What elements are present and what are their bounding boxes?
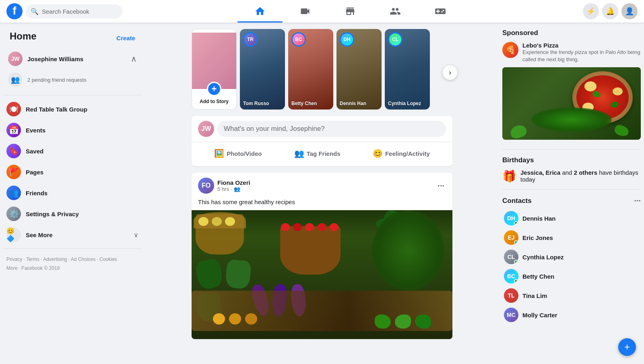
sidebar-item-label-group: Red Table Talk Group xyxy=(26,106,87,113)
sponsored-title: Sponsored xyxy=(502,29,641,37)
sidebar-item-friends[interactable]: 👥 Friends xyxy=(3,182,142,203)
contacts-more-button[interactable]: ··· xyxy=(634,196,641,205)
post-text: This has some great healthy recipes xyxy=(192,199,452,210)
main-layout: Home Create JW Josephine Williams ∧ 👥 2 … xyxy=(0,23,644,364)
sidebar-item-red-table-talk[interactable]: 🍽️ Red Table Talk Group xyxy=(3,99,142,120)
see-more-label: See More xyxy=(26,232,53,238)
story-add-label: Add to Story xyxy=(200,99,229,104)
contact-name-cynthia: Cynthia Lopez xyxy=(522,254,564,261)
contacts-section: Contacts ··· DH Dennis Han EJ Eric Jones xyxy=(502,196,641,325)
notifications-icon-button[interactable]: 🔔 xyxy=(602,3,618,19)
search-bar[interactable]: 🔍 Search Facebook xyxy=(26,4,122,19)
online-indicator xyxy=(514,240,518,244)
settings-icon: ⚙️ xyxy=(6,207,21,221)
story-name-tom: Tom Russo xyxy=(243,101,282,106)
nav-home-button[interactable] xyxy=(237,2,283,21)
post-more-button[interactable]: ··· xyxy=(436,180,446,192)
post-user-avatar-fiona: FO xyxy=(198,178,214,194)
contact-avatar-betty: BC xyxy=(504,269,518,283)
birthday-row: 🎁 Jessica, Erica and 2 others have birth… xyxy=(502,169,641,183)
post-action-tag[interactable]: 👥 Tag Friends xyxy=(288,145,347,161)
search-icon: 🔍 xyxy=(31,8,39,15)
online-indicator xyxy=(514,279,518,283)
contact-row-betty[interactable]: BC Betty Chen xyxy=(502,267,641,286)
post-visibility-icon: 👥 xyxy=(234,186,240,192)
online-indicator xyxy=(514,260,518,264)
post-action-feeling[interactable]: 😊 Feeling/Activity xyxy=(366,145,436,161)
page-title: Home xyxy=(6,27,40,45)
contact-row-eric[interactable]: EJ Eric Jones xyxy=(502,228,641,247)
fab-button[interactable]: + xyxy=(618,338,636,356)
nav-right: ⚡ 🔔 👤 xyxy=(557,3,638,19)
nav-marketplace-button[interactable] xyxy=(328,2,373,21)
nav-groups-button[interactable] xyxy=(373,2,418,21)
stories-next-button[interactable]: › xyxy=(443,65,457,80)
sidebar-left: Home Create JW Josephine Williams ∧ 👥 2 … xyxy=(0,23,145,364)
events-icon: 📅 xyxy=(6,123,21,137)
post-header: FO Fiona Ozeri 5 hrs · 👥 ··· xyxy=(192,173,452,199)
sidebar-item-label-saved: Saved xyxy=(26,148,43,155)
post-action-photo[interactable]: 🖼️ Photo/Video xyxy=(208,145,268,161)
story-card-cynthia-lopez[interactable]: CL Cynthia Lopez xyxy=(385,29,430,110)
group-icon: 🍽️ xyxy=(6,102,21,116)
post-time-dot: · xyxy=(231,186,232,192)
see-more-row[interactable]: 😊🔷 See More ∨ xyxy=(3,224,142,245)
ad-image[interactable] xyxy=(502,67,641,140)
post-time: 5 hrs xyxy=(217,186,229,192)
footer-terms[interactable]: Terms xyxy=(26,256,39,262)
contact-name-molly: Molly Carter xyxy=(522,312,557,318)
messenger-icon-button[interactable]: ⚡ xyxy=(583,3,599,19)
sidebar-divider-1 xyxy=(3,95,142,95)
create-button[interactable]: Create xyxy=(116,35,135,41)
sponsored-ad[interactable]: 🍕 Lebo's Pizza Experience the trendy piz… xyxy=(502,42,641,63)
post-actions: 🖼️ Photo/Video 👥 Tag Friends 😊 Feeling/A… xyxy=(198,145,446,161)
footer-advertising[interactable]: Advertising xyxy=(43,256,67,262)
sidebar-item-label-settings: Settings & Privacy xyxy=(26,211,79,217)
stories-row: + Add to Story TR Tom Russo BC xyxy=(192,29,430,110)
user-avatar: JW xyxy=(8,52,23,66)
post-image xyxy=(192,210,452,339)
stories-wrapper: + Add to Story TR Tom Russo BC xyxy=(192,29,452,116)
birthdays-title: Birthdays xyxy=(502,156,641,164)
contact-avatar-tina: TL xyxy=(504,288,518,303)
story-name-dennis: Dennis Han xyxy=(340,101,378,106)
contact-row-cynthia[interactable]: CL Cynthia Lopez xyxy=(502,247,641,267)
user-profile-row[interactable]: JW Josephine Williams ∧ xyxy=(6,48,138,69)
footer-adchoices[interactable]: Ad Choices xyxy=(71,256,95,262)
contact-row-dennis[interactable]: DH Dennis Han xyxy=(502,209,641,228)
story-card-tom-russo[interactable]: TR Tom Russo xyxy=(240,29,285,110)
contact-name-tina: Tina Lim xyxy=(522,292,547,299)
nav-video-button[interactable] xyxy=(283,2,328,21)
footer-cookies[interactable]: Cookies xyxy=(99,256,117,262)
story-add-card[interactable]: + Add to Story xyxy=(192,29,237,110)
pending-requests-row[interactable]: 👥 2 pending friend requests xyxy=(6,69,138,90)
contact-avatar-molly: MC xyxy=(504,308,518,322)
pending-requests-text: 2 pending friend requests xyxy=(27,77,87,83)
post-input[interactable]: What's on your mind, Josephine? xyxy=(217,121,446,137)
footer-links: Privacy · Terms · Advertising · Ad Choic… xyxy=(3,252,142,276)
birthdays-section: Birthdays 🎁 Jessica, Erica and 2 others … xyxy=(502,156,641,183)
post-user-name[interactable]: Fiona Ozeri xyxy=(217,179,433,186)
footer-more[interactable]: More xyxy=(6,265,17,271)
sidebar-item-events[interactable]: 📅 Events xyxy=(3,120,142,141)
sidebar-item-label-events: Events xyxy=(26,127,45,134)
contact-name-eric: Eric Jones xyxy=(522,234,553,241)
user-avatar-button[interactable]: 👤 xyxy=(621,3,638,19)
story-card-dennis-han[interactable]: DH Dennis Han xyxy=(336,29,382,110)
sidebar-item-pages[interactable]: 🚩 Pages xyxy=(3,161,142,182)
facebook-logo[interactable]: f xyxy=(6,3,23,19)
top-navigation: f 🔍 Search Facebook ⚡ 🔔 👤 xyxy=(0,0,644,23)
footer-privacy[interactable]: Privacy xyxy=(6,256,22,262)
story-add-button[interactable]: + xyxy=(207,82,221,96)
contact-row-molly[interactable]: MC Molly Carter xyxy=(502,305,641,325)
story-card-betty-chen[interactable]: BC Betty Chen xyxy=(288,29,333,110)
sidebar-item-saved[interactable]: 🔖 Saved xyxy=(3,141,142,161)
nav-gaming-button[interactable] xyxy=(418,2,463,21)
contact-row-tina[interactable]: TL Tina Lim xyxy=(502,286,641,305)
post-user-info: Fiona Ozeri 5 hrs · 👥 xyxy=(217,179,433,192)
post-input-row: JW What's on your mind, Josephine? xyxy=(198,121,446,137)
sidebar-item-settings[interactable]: ⚙️ Settings & Privacy xyxy=(3,203,142,224)
birthday-icon: 🎁 xyxy=(502,170,516,183)
user-section: JW Josephine Williams ∧ 👥 2 pending frie… xyxy=(3,47,142,92)
more-icon: 😊🔷 xyxy=(6,228,21,242)
